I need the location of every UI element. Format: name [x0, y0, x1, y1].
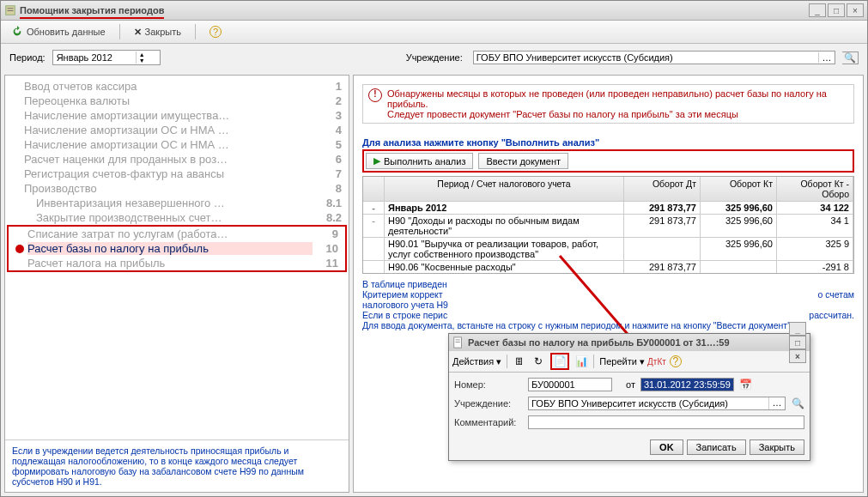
close-button[interactable]: ✕ Закрыть	[131, 25, 185, 39]
doc-titlebar: Расчет базы по налогу на прибыль БУ00000…	[449, 334, 810, 351]
analysis-grid[interactable]: Период / Счет налогового учета Оборот Дт…	[362, 176, 854, 274]
period-label: Период:	[9, 52, 46, 63]
grid-row[interactable]: Н90.06 "Косвенные расходы"291 873,77-291…	[363, 260, 853, 273]
svg-rect-1	[8, 8, 14, 9]
doc-ok-button[interactable]: OK	[650, 439, 683, 455]
doc-help-icon[interactable]: ?	[669, 355, 683, 368]
right-pane: ! Обнаружены месяцы в которых не проведе…	[353, 75, 864, 493]
minimize-button[interactable]: _	[809, 3, 826, 17]
close-label: Закрыть	[145, 27, 181, 37]
warning-text: Обнаружены месяцы в которых не проведен …	[387, 88, 848, 119]
period-combo[interactable]: ▲ ▼	[52, 50, 161, 65]
institution-label: Учреждение:	[406, 52, 463, 63]
analyze-label: Выполнить анализ	[384, 156, 465, 167]
doc-number-input[interactable]	[528, 378, 612, 391]
action-buttons: ▶ Выполнить анализ Ввести документ	[362, 149, 854, 173]
svg-rect-5	[456, 340, 460, 341]
right-info: В таблице приведен Критерием корректо сч…	[354, 274, 863, 336]
task-num: 8	[316, 182, 342, 195]
goto-menu[interactable]: Перейти ▾	[599, 356, 645, 367]
task-name: Инвентаризация незавершенного …	[36, 197, 316, 209]
period-down[interactable]: ▼	[136, 58, 148, 64]
institution-input[interactable]	[474, 52, 818, 64]
task-item-2[interactable]: Переоценка валюты2	[5, 94, 349, 108]
doc-inst-search[interactable]: 🔍	[791, 397, 804, 410]
task-item-7[interactable]: Регистрация счетов-фактур на авансы7	[5, 167, 349, 181]
grid-body: -Январь 2012291 873,77325 996,6034 122-Н…	[363, 201, 853, 273]
doc-body: Номер: от 31.01.2012 23:59:59 📅 Учрежден…	[449, 373, 810, 434]
task-item-6[interactable]: Расчет наценки для проданных в роз…6	[5, 152, 349, 167]
registers-icon[interactable]: 📊	[574, 355, 588, 368]
dt-kt-icon[interactable]: ДтКт	[650, 355, 664, 368]
grid-row[interactable]: Н90.01 "Выручка от реализации товаров, р…	[363, 237, 853, 260]
col-dt: Оборот Дт	[624, 177, 701, 201]
task-num: 5	[316, 138, 342, 151]
col-diff: Оборот Кт - Оборо	[777, 177, 853, 201]
task-name: Начисление амортизации ОС и НМА …	[24, 124, 316, 136]
grid-row[interactable]: -Январь 2012291 873,77325 996,6034 122	[363, 201, 853, 214]
post-doc-icon[interactable]: 📄	[550, 353, 569, 370]
warning-box: ! Обнаружены месяцы в которых не проведе…	[362, 84, 854, 124]
doc-close-x[interactable]: ×	[789, 349, 806, 363]
analyze-button[interactable]: ▶ Выполнить анализ	[366, 153, 473, 169]
task-num: 1	[316, 80, 342, 93]
doc-save-button[interactable]: Записать	[687, 439, 746, 455]
task-name: Расчет наценки для проданных в роз…	[24, 153, 316, 166]
col-kt: Оборот Кт	[701, 177, 777, 201]
task-item-10[interactable]: Расчет базы по налогу на прибыль10	[9, 241, 345, 256]
institution-search-btn[interactable]: 🔍	[842, 52, 859, 64]
refresh-doc-icon[interactable]: ↻	[531, 355, 545, 368]
doc-inst-input[interactable]	[529, 397, 768, 409]
task-item-11[interactable]: Расчет налога на прибыль11	[9, 256, 345, 270]
doc-comment-label: Комментарий:	[454, 417, 523, 427]
window-title: Помощник закрытия периодов	[20, 5, 164, 15]
task-item-3[interactable]: Начисление амортизации имущества…3	[5, 108, 349, 123]
period-input[interactable]	[55, 52, 136, 64]
task-name: Списание затрат по услугам (работа…	[27, 227, 313, 240]
doc-maximize[interactable]: □	[789, 336, 806, 349]
task-name: Расчет базы по налогу на прибыль	[27, 242, 313, 255]
task-item-4[interactable]: Начисление амортизации ОС и НМА …4	[5, 123, 349, 137]
grid-row[interactable]: -Н90 "Доходы и расходы по обычным видам …	[363, 214, 853, 237]
card-icon[interactable]: 🗏	[513, 355, 526, 368]
period-up[interactable]: ▲	[136, 52, 148, 58]
main-toolbar: Обновить данные ✕ Закрыть ?	[1, 21, 867, 44]
refresh-icon	[11, 26, 23, 38]
doc-close-button[interactable]: Закрыть	[750, 439, 804, 455]
task-item-5[interactable]: Начисление амортизации ОС и НМА …5	[5, 137, 349, 152]
task-name: Начисление амортизации ОС и НМА …	[24, 138, 316, 151]
institution-select[interactable]: …	[473, 51, 835, 64]
enter-doc-label: Ввести документ	[486, 156, 561, 167]
doc-inst-open[interactable]: …	[768, 397, 785, 409]
maximize-button[interactable]: □	[828, 3, 845, 17]
task-list[interactable]: Ввод отчетов кассира1Переоценка валюты2Н…	[5, 76, 349, 439]
task-name: Ввод отчетов кассира	[24, 80, 316, 93]
task-num: 4	[316, 124, 342, 136]
doc-comment-input[interactable]	[528, 415, 804, 429]
refresh-button[interactable]: Обновить данные	[8, 24, 109, 39]
doc-minimize[interactable]: _	[789, 322, 806, 336]
left-pane: Ввод отчетов кассира1Переоценка валюты2Н…	[4, 75, 349, 493]
task-item-1[interactable]: Ввод отчетов кассира1	[5, 79, 349, 94]
analysis-hint: Для анализа нажмите кнопку "Выполнить ан…	[362, 137, 854, 148]
col-period: Период / Счет налогового учета	[385, 177, 624, 201]
svg-rect-2	[8, 10, 14, 11]
doc-date-input[interactable]: 31.01.2012 23:59:59	[640, 378, 734, 391]
doc-inst-label: Учреждение:	[454, 398, 523, 409]
task-item-8[interactable]: Производство8	[5, 181, 349, 196]
app-icon	[4, 4, 16, 16]
close-window-button[interactable]: ×	[847, 3, 864, 17]
calendar-icon[interactable]: 📅	[739, 378, 753, 391]
highlighted-tasks: Списание затрат по услугам (работа…9Расч…	[7, 225, 347, 272]
enter-doc-button[interactable]: Ввести документ	[478, 153, 568, 169]
task-num: 6	[316, 153, 342, 166]
help-button[interactable]: ?	[206, 24, 225, 39]
task-num: 8.1	[316, 197, 342, 209]
actions-menu[interactable]: Действия ▾	[452, 356, 501, 367]
task-item-8.1[interactable]: Инвентаризация незавершенного …8.1	[5, 196, 349, 210]
task-item-8.2[interactable]: Закрытие производственных счет…8.2	[5, 210, 349, 225]
institution-open-btn[interactable]: …	[818, 52, 835, 63]
task-name: Начисление амортизации имущества…	[24, 109, 316, 122]
task-item-9[interactable]: Списание затрат по услугам (работа…9	[9, 227, 345, 241]
doc-toolbar: Действия ▾ 🗏 ↻ 📄 📊 Перейти ▾ ДтКт ?	[449, 351, 810, 373]
